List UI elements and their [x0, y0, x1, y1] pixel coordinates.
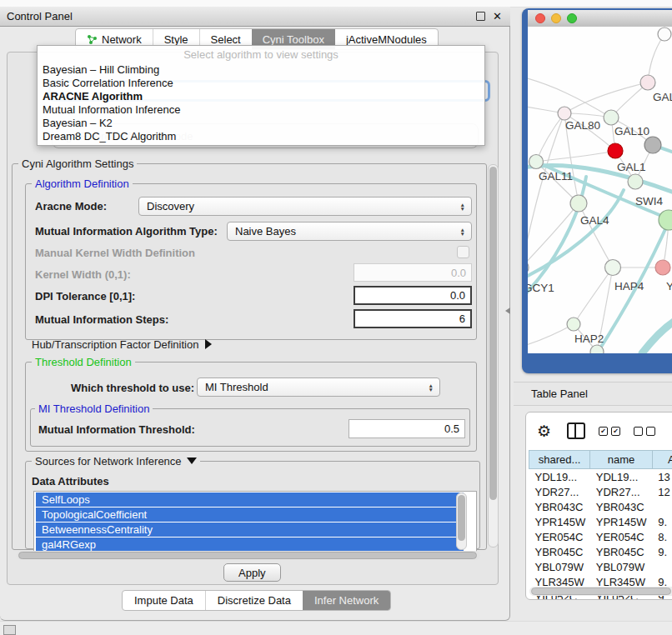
network-node-label-y: Y [666, 280, 672, 292]
node-table[interactable]: shared...nameAYDL19...YDL19...13YDR27...… [529, 450, 672, 600]
table-row[interactable]: YDL19...YDL19...13 [529, 469, 672, 485]
network-node-gal80[interactable] [558, 107, 571, 120]
tab-label: Cyni Toolbox [263, 33, 324, 46]
table-cell: YBR045C [590, 544, 652, 559]
table-cell: YBL079W [590, 559, 652, 574]
network-node-label-gal4: GAL4 [580, 214, 609, 227]
network-node-gal1[interactable] [608, 143, 623, 158]
mi-type-label: Mutual Information Algorithm Type: [35, 225, 218, 238]
hub-definition-expander[interactable]: Hub/Transcription Factor Definition [32, 338, 212, 351]
table-cell: 9. [652, 514, 672, 529]
data-attributes-list[interactable]: SelfLoopsTopologicalCoefficientBetweenne… [33, 491, 477, 552]
network-node[interactable] [659, 210, 672, 230]
table-cell: YDL19... [529, 469, 590, 485]
table-row[interactable]: YDR27...YDR27...12 [529, 484, 672, 499]
aracne-mode-combo[interactable]: Discovery ▲▼ [138, 197, 472, 216]
network-edge [574, 268, 613, 324]
which-threshold-label: Which threshold to use: [71, 382, 194, 394]
network-view-window: GALGAL80GAL10GAL1GAL11SWI4GAL4GCY1HAP4YH… [522, 8, 672, 373]
mi-threshold-label: Mutual Information Threshold: [38, 423, 195, 436]
mi-steps-field[interactable]: 6 [354, 309, 472, 328]
table-cell: 9. [652, 544, 672, 559]
which-threshold-combo[interactable]: MI Threshold ▲▼ [197, 378, 440, 397]
network-node[interactable] [590, 345, 604, 353]
network-node-gcy1[interactable] [528, 260, 529, 275]
attributes-scrollbar[interactable] [456, 492, 467, 550]
attribute-item-selfloops[interactable]: SelfLoops [36, 492, 464, 507]
combo-stepper-icon: ▲▼ [429, 383, 434, 392]
settings-vertical-scrollbar[interactable] [488, 164, 499, 548]
tab-discretize-data[interactable]: Discretize Data [205, 591, 303, 610]
sources-expander[interactable]: Sources for Network Inference [32, 455, 200, 468]
dropdown-item-mutual-information-inference[interactable]: Mutual Information Inference [38, 103, 484, 117]
mi-type-value: Naive Bayes [235, 225, 296, 238]
manual-kernel-checkbox[interactable] [457, 246, 469, 258]
settings-horizontal-scrollbar[interactable] [17, 551, 480, 560]
minimize-yellow-icon[interactable] [551, 13, 561, 23]
checked-boxes-icon[interactable]: ✔✔ [599, 427, 620, 436]
zoom-green-icon[interactable] [567, 13, 577, 23]
mi-type-combo[interactable]: Naive Bayes ▲▼ [227, 222, 472, 241]
bottom-strip [0, 621, 672, 635]
network-node-label-gal11: GAL11 [539, 170, 573, 182]
table-row[interactable]: YPR145WYPR145W9. [529, 514, 672, 529]
column-header-shared[interactable]: shared... [529, 451, 590, 469]
table-row[interactable]: YBR045CYBR045C9. [529, 544, 672, 559]
network-node-gal[interactable] [640, 75, 655, 90]
close-icon[interactable]: ✕ [493, 12, 502, 21]
dpi-tolerance-field[interactable]: 0.0 [354, 286, 472, 305]
network-node-label-gal1: GAL1 [617, 161, 646, 173]
attribute-item-betweennesscentrality[interactable]: BetweennessCentrality [36, 522, 464, 537]
split-pane-icon[interactable] [567, 422, 585, 439]
column-header-a[interactable]: A [652, 451, 672, 469]
dropdown-item-aracne-algorithm[interactable]: ARACNE Algorithm [38, 90, 484, 103]
kernel-width-field[interactable]: 0.0 [354, 263, 472, 282]
minimized-panel-icon[interactable] [3, 625, 16, 635]
network-node-label-swi4: SWI4 [635, 195, 663, 208]
gear-icon[interactable]: ⚙ [537, 423, 551, 439]
network-node[interactable] [644, 137, 661, 153]
network-node-hap4[interactable] [605, 260, 621, 276]
manual-kernel-label: Manual Kernel Width Definition [35, 247, 195, 259]
sources-title: Sources for Network Inference [35, 455, 182, 468]
network-edge [528, 324, 574, 347]
attribute-item-gal4rgexp[interactable]: gal4RGexp [36, 538, 464, 552]
table-horizontal-scrollbar[interactable] [529, 587, 672, 596]
column-header-name[interactable]: name [590, 451, 652, 469]
apply-button[interactable]: Apply [223, 563, 281, 582]
network-node[interactable] [658, 28, 671, 41]
table-cell: 12 [652, 484, 672, 499]
table-cell: YDR27... [529, 484, 590, 499]
network-node-gal11[interactable] [529, 155, 544, 169]
network-canvas[interactable]: GALGAL80GAL10GAL1GAL11SWI4GAL4GCY1HAP4YH… [528, 27, 672, 353]
dropdown-item-bayesian-hill-climbing[interactable]: Bayesian – Hill Climbing [38, 63, 484, 77]
tab-infer-network[interactable]: Infer Network [303, 591, 390, 610]
tab-label: Select [211, 33, 241, 46]
table-cell: YBL079W [529, 559, 590, 574]
panel-collapse-handle[interactable] [505, 308, 510, 314]
table-row[interactable]: YBL079WYBL079W [529, 559, 672, 574]
unchecked-boxes-icon[interactable] [634, 427, 655, 436]
mi-threshold-field[interactable]: 0.5 [349, 419, 465, 438]
tab-impute-data[interactable]: Impute Data [123, 591, 205, 610]
network-graph: GALGAL80GAL10GAL1GAL11SWI4GAL4GCY1HAP4YH… [528, 27, 672, 353]
cyni-settings-title: Cyni Algorithm Settings [18, 158, 137, 170]
network-node-y[interactable] [655, 260, 670, 275]
network-node-gal10[interactable] [604, 110, 619, 125]
dropdown-item-bayesian-k2[interactable]: Bayesian – K2 [38, 117, 484, 130]
network-node-swi4[interactable] [628, 174, 643, 189]
aracne-mode-value: Discovery [147, 200, 194, 212]
network-window-titlebar [528, 10, 672, 28]
dropdown-prompt: Select algorithm to view settings [38, 46, 484, 63]
network-node-gal4[interactable] [570, 195, 587, 212]
table-row[interactable]: YBR043CYBR043C [529, 499, 672, 514]
attribute-item-topologicalcoefficient[interactable]: TopologicalCoefficient [36, 508, 464, 522]
table-row[interactable]: YER054CYER054C8. [529, 529, 672, 544]
dropdown-item-dream8-dc-tdc-algorithm[interactable]: Dream8 DC_TDC Algorithm [38, 130, 484, 143]
float-panel-icon[interactable] [476, 12, 485, 21]
close-red-icon[interactable] [535, 13, 545, 23]
tab-label: Style [164, 33, 188, 46]
dropdown-item-basic-correlation-inference[interactable]: Basic Correlation Inference [38, 77, 484, 90]
network-node-hap2[interactable] [567, 318, 580, 331]
combo-stepper-icon: ▲▼ [460, 228, 465, 236]
